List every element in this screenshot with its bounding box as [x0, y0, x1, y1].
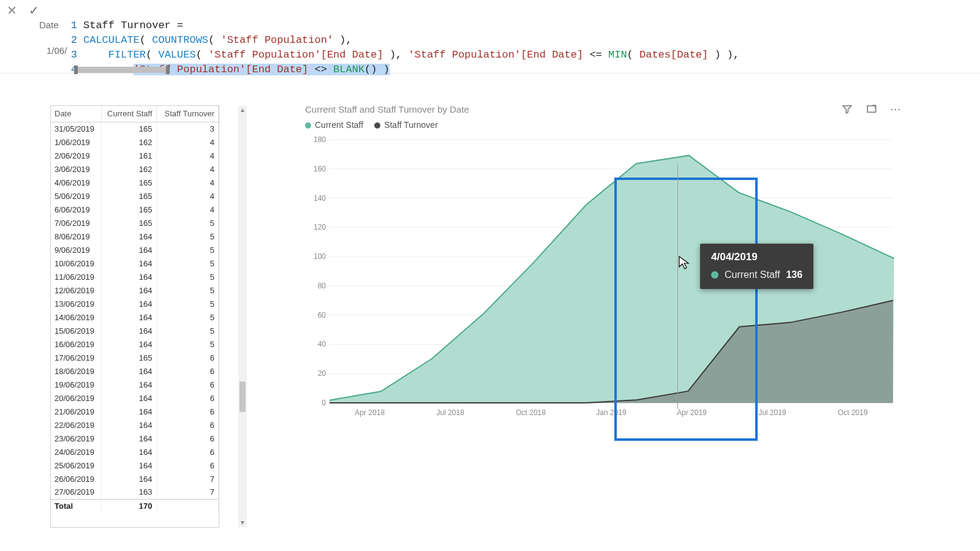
chart-legend: Current Staff Staff Turnover [300, 118, 907, 131]
cell-staff-turnover: 5 [156, 257, 219, 270]
table-row[interactable]: 18/06/20191646 [51, 364, 219, 378]
more-options-icon[interactable]: ⋯ [891, 103, 902, 114]
cell-staff-turnover: 5 [156, 270, 219, 283]
cell-current-staff: 164 [101, 472, 156, 485]
cancel-formula-button[interactable]: ✕ [5, 4, 18, 17]
cell-current-staff: 165 [101, 351, 156, 364]
table-row[interactable]: 25/06/20191646 [51, 459, 219, 472]
cell-staff-turnover: 5 [156, 216, 219, 230]
table-row[interactable]: 14/06/20191645 [51, 310, 219, 324]
table-total-row: Total 170 [51, 499, 219, 512]
table-row[interactable]: 7/06/20191655 [51, 216, 219, 230]
svg-text:100: 100 [314, 252, 326, 261]
cell-date: 12/06/2019 [51, 283, 101, 297]
cell-date: 3/06/2019 [51, 162, 101, 176]
filter-icon[interactable] [842, 103, 853, 114]
table-row[interactable]: 2/06/20191614 [51, 149, 219, 162]
table-row[interactable]: 26/06/20191647 [51, 472, 219, 485]
table-row[interactable]: 19/06/20191646 [51, 378, 219, 391]
cell-date: 18/06/2019 [51, 364, 101, 378]
col-staff-turnover[interactable]: Staff Turnover [156, 106, 219, 122]
legend-staff-turnover[interactable]: Staff Turnover [374, 120, 438, 130]
scroll-down-icon[interactable]: ▼ [238, 519, 247, 527]
cell-current-staff: 165 [101, 203, 156, 216]
table-row[interactable]: 8/06/20191645 [51, 230, 219, 243]
col-current-staff[interactable]: Current Staff [101, 106, 156, 122]
table-row[interactable]: 20/06/20191646 [51, 391, 219, 405]
cell-staff-turnover: 6 [156, 364, 219, 378]
table-row[interactable]: 4/06/20191654 [51, 176, 219, 189]
commit-formula-button[interactable]: ✓ [27, 4, 40, 17]
svg-text:Oct 2019: Oct 2019 [838, 408, 868, 417]
cell-date: 16/06/2019 [51, 337, 101, 351]
table-row[interactable]: 11/06/20191645 [51, 270, 219, 283]
cell-current-staff: 164 [101, 243, 156, 257]
cell-current-staff: 165 [101, 189, 156, 203]
table-row[interactable]: 13/06/20191645 [51, 297, 219, 310]
focus-mode-icon[interactable] [866, 103, 877, 114]
cell-staff-turnover: 6 [156, 391, 219, 405]
legend-current-staff[interactable]: Current Staff [305, 120, 363, 130]
cell-current-staff: 164 [101, 364, 156, 378]
svg-text:Apr 2019: Apr 2019 [677, 408, 707, 417]
cell-staff-turnover: 7 [156, 485, 219, 499]
svg-text:80: 80 [318, 282, 326, 290]
cell-current-staff: 164 [101, 324, 156, 337]
table-row[interactable]: 6/06/20191654 [51, 203, 219, 216]
tooltip-series-label: Current Staff [725, 269, 780, 280]
table-row[interactable]: 3/06/20191624 [51, 162, 219, 176]
editor-horizontal-scrollbar[interactable] [76, 67, 168, 73]
scroll-up-icon[interactable]: ▲ [238, 106, 247, 114]
col-date[interactable]: Date [51, 106, 101, 122]
tooltip-date: 4/04/2019 [711, 251, 802, 263]
cell-current-staff: 164 [101, 432, 156, 445]
cell-date: 1/06/2019 [51, 135, 101, 149]
dax-editor[interactable]: 1Staff Turnover = 2CALCULATE( COUNTROWS(… [67, 4, 974, 92]
cell-current-staff: 162 [101, 162, 156, 176]
cell-staff-turnover: 4 [156, 203, 219, 216]
cell-date: 20/06/2019 [51, 391, 101, 405]
cell-staff-turnover: 4 [156, 135, 219, 149]
cell-current-staff: 164 [101, 378, 156, 391]
table-row[interactable]: 12/06/20191645 [51, 283, 219, 297]
table-row[interactable]: 31/05/20191653 [51, 122, 219, 135]
cell-staff-turnover: 6 [156, 405, 219, 418]
table-row[interactable]: 17/06/20191656 [51, 351, 219, 364]
table-vertical-scrollbar[interactable]: ▲ ▼ [238, 106, 247, 527]
cell-date: 22/06/2019 [51, 418, 101, 432]
table-row[interactable]: 16/06/20191645 [51, 337, 219, 351]
table-row[interactable]: 23/06/20191646 [51, 432, 219, 445]
cell-staff-turnover: 5 [156, 297, 219, 310]
table-row[interactable]: 1/06/20191624 [51, 135, 219, 149]
tooltip-series-dot-icon [711, 271, 718, 279]
table-row[interactable]: 21/06/20191646 [51, 405, 219, 418]
cell-date: 24/06/2019 [51, 445, 101, 459]
table-row[interactable]: 22/06/20191646 [51, 418, 219, 432]
chart-plot-area[interactable]: 020406080100120140160180Apr 2018Jul 2018… [305, 133, 902, 427]
cell-staff-turnover: 6 [156, 418, 219, 432]
table-row[interactable]: 9/06/20191645 [51, 243, 219, 257]
svg-text:160: 160 [314, 165, 326, 173]
cell-date: 23/06/2019 [51, 432, 101, 445]
svg-text:Oct 2018: Oct 2018 [516, 408, 546, 417]
svg-text:Jul 2018: Jul 2018 [436, 408, 464, 417]
chart-visual[interactable]: Current Staff and Staff Turnover by Date… [300, 100, 907, 443]
table-visual[interactable]: Date Current Staff Staff Turnover 31/05/… [50, 105, 219, 528]
table-row[interactable]: 27/06/20191637 [51, 485, 219, 499]
cell-date: 9/06/2019 [51, 243, 101, 257]
cell-staff-turnover: 5 [156, 337, 219, 351]
cell-staff-turnover: 7 [156, 472, 219, 485]
cell-date: 4/06/2019 [51, 176, 101, 189]
chart-title: Current Staff and Staff Turnover by Date [305, 104, 842, 114]
cell-current-staff: 164 [101, 405, 156, 418]
scroll-thumb[interactable] [239, 381, 246, 412]
table-row[interactable]: 15/06/20191645 [51, 324, 219, 337]
cell-date: 5/06/2019 [51, 189, 101, 203]
table-row[interactable]: 24/06/20191646 [51, 445, 219, 459]
cell-staff-turnover: 5 [156, 243, 219, 257]
slicer-date-label: Date [39, 20, 59, 30]
cell-current-staff: 164 [101, 257, 156, 270]
total-label: Total [51, 499, 101, 512]
table-row[interactable]: 5/06/20191654 [51, 189, 219, 203]
table-row[interactable]: 10/06/20191645 [51, 257, 219, 270]
